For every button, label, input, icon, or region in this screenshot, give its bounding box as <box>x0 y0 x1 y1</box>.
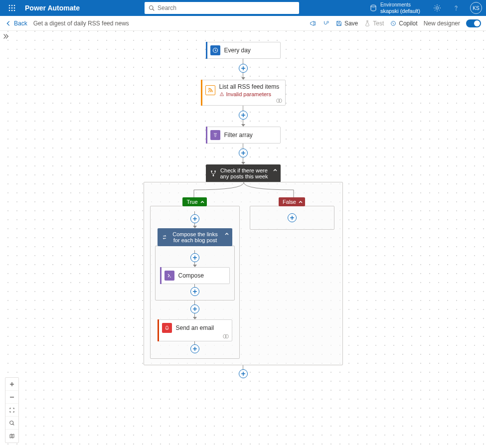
megaphone-icon <box>310 20 317 27</box>
add-action-button[interactable] <box>239 111 248 120</box>
command-bar: Back Get a digest of daily RSS feed news… <box>0 16 486 31</box>
environment-picker[interactable]: Environments skapski (default) <box>369 2 420 14</box>
back-button[interactable]: Back <box>5 20 27 27</box>
compose-icon <box>164 271 174 281</box>
new-designer-toggle[interactable] <box>466 19 481 27</box>
svg-point-6 <box>9 10 10 11</box>
svg-point-8 <box>14 10 15 11</box>
health-button[interactable] <box>323 20 329 27</box>
true-branch-container: Compose the links for each blog post Com… <box>150 206 240 359</box>
node-error: Invalid parameters <box>219 91 280 97</box>
svg-line-10 <box>153 9 154 10</box>
database-icon <box>369 4 377 12</box>
connection-badge-icon <box>276 98 282 103</box>
map-icon <box>9 433 15 439</box>
node-condition[interactable]: Check if there were any posts this week <box>206 164 281 182</box>
stethoscope-icon <box>323 20 329 27</box>
save-button[interactable]: Save <box>335 20 358 27</box>
search-input[interactable] <box>158 4 295 11</box>
new-designer-toggle-label: New designer <box>424 20 460 27</box>
add-action-button[interactable] <box>190 304 199 313</box>
feedback-button[interactable] <box>310 20 317 27</box>
add-action-button[interactable] <box>239 369 248 378</box>
designer-canvas[interactable]: Every day List all RSS feed items Invali… <box>0 31 486 448</box>
copilot-button[interactable]: Copilot <box>390 20 417 27</box>
search-canvas-button[interactable] <box>5 417 18 430</box>
branch-icon <box>210 170 217 177</box>
arrow-left-icon <box>5 20 12 27</box>
minus-icon <box>9 394 15 400</box>
add-action-button[interactable] <box>190 253 199 262</box>
filter-icon <box>210 130 220 140</box>
copilot-icon <box>390 20 397 27</box>
search-box[interactable] <box>145 2 299 14</box>
svg-point-14 <box>327 21 329 23</box>
add-action-button[interactable] <box>190 344 199 353</box>
search-icon <box>9 420 15 426</box>
false-branch-container <box>250 206 334 230</box>
node-foreach[interactable]: Compose the links for each blog post <box>158 228 232 246</box>
warning-icon <box>219 92 224 97</box>
node-label: Send an email <box>176 324 214 331</box>
node-label: Filter array <box>224 132 253 139</box>
save-icon <box>335 20 342 27</box>
add-action-button[interactable] <box>190 214 199 223</box>
help-icon <box>452 4 460 12</box>
node-label: Check if there were any posts this week <box>220 167 269 179</box>
zoom-out-button[interactable] <box>5 391 18 404</box>
node-email[interactable]: Send an email <box>158 319 232 341</box>
rss-icon <box>205 85 215 95</box>
svg-point-1 <box>11 5 13 6</box>
add-action-button[interactable] <box>239 149 248 157</box>
node-label: Compose <box>178 272 204 279</box>
bell-icon <box>162 323 172 333</box>
zoom-in-button[interactable] <box>5 378 18 391</box>
node-label: Compose the links for each blog post <box>170 231 220 243</box>
svg-point-11 <box>371 5 376 7</box>
svg-point-23 <box>212 175 214 176</box>
help-button[interactable] <box>449 1 463 15</box>
foreach-container: Compose <box>155 246 235 300</box>
svg-point-3 <box>9 7 10 9</box>
waffle-menu[interactable] <box>4 0 20 16</box>
node-recurrence[interactable]: Every day <box>206 42 281 59</box>
app-name: Power Automate <box>25 4 80 12</box>
branch-true-header[interactable]: True <box>182 197 206 206</box>
chevron-up-icon <box>273 167 278 172</box>
app-header: Power Automate Environments skapski (def… <box>0 0 486 16</box>
node-label: List all RSS feed items <box>219 83 280 90</box>
settings-button[interactable] <box>430 1 444 15</box>
branch-false-header[interactable]: False <box>279 197 305 206</box>
condition-container: True Compose the links for each blog pos… <box>144 182 343 365</box>
svg-point-26 <box>10 421 13 424</box>
svg-point-25 <box>225 334 228 338</box>
clock-icon <box>210 45 220 55</box>
user-avatar[interactable]: KS <box>470 2 482 14</box>
svg-point-20 <box>279 99 282 103</box>
chevron-up-icon <box>224 231 229 236</box>
environment-name: skapski (default) <box>380 8 420 14</box>
svg-point-7 <box>11 10 13 11</box>
svg-point-4 <box>11 7 13 9</box>
node-compose[interactable]: Compose <box>160 267 230 284</box>
fit-icon <box>9 407 15 413</box>
node-filter[interactable]: Filter array <box>206 127 281 144</box>
minimap-button[interactable] <box>5 430 18 443</box>
svg-point-22 <box>214 170 216 172</box>
svg-point-0 <box>9 5 10 6</box>
test-button[interactable]: Test <box>364 20 384 27</box>
svg-point-5 <box>14 7 15 9</box>
add-action-button[interactable] <box>190 287 199 296</box>
add-action-button[interactable] <box>288 213 297 222</box>
svg-point-17 <box>208 91 209 92</box>
fit-button[interactable] <box>5 404 18 417</box>
loop-icon <box>162 234 167 240</box>
node-rss[interactable]: List all RSS feed items Invalid paramete… <box>201 80 286 106</box>
add-action-button[interactable] <box>239 64 248 73</box>
chevron-up-icon <box>200 199 205 204</box>
svg-point-21 <box>211 170 212 172</box>
svg-point-13 <box>456 9 457 10</box>
node-label: Every day <box>224 47 251 54</box>
flask-icon <box>364 20 371 27</box>
zoom-controls <box>5 377 19 443</box>
